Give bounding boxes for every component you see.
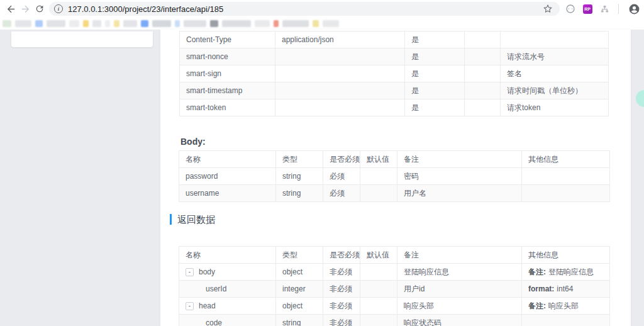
field-name: userId <box>179 281 276 298</box>
header-remark: 请求时间戳（单位秒） <box>501 82 609 99</box>
bookmark-item[interactable] <box>83 20 89 27</box>
bookmark-item[interactable] <box>313 20 319 27</box>
address-bar[interactable]: i 127.0.0.1:3000/project/23/interface/ap… <box>49 2 560 16</box>
field-name-cell: - body <box>179 264 276 281</box>
header-remark: 签名 <box>501 65 609 82</box>
forward-button[interactable] <box>20 1 31 16</box>
extra-value: int64 <box>557 284 573 293</box>
field-name: password <box>179 168 276 185</box>
bookmark-item[interactable] <box>69 20 79 27</box>
field-extra: 备注:响应头部 <box>522 298 610 315</box>
back-arrow-icon <box>6 4 16 14</box>
field-type: integer <box>276 281 323 298</box>
table-row: smart-nonce 是 请求流水号 <box>180 48 609 65</box>
bookmark-item[interactable] <box>47 20 65 27</box>
bookmark-item[interactable] <box>141 20 148 27</box>
bookmark-item[interactable] <box>15 20 31 27</box>
bookmark-item[interactable] <box>3 20 11 27</box>
bookmark-item[interactable] <box>323 20 339 27</box>
page-info-icon[interactable]: i <box>54 4 63 13</box>
header-value <box>275 82 405 99</box>
field-default <box>360 168 397 185</box>
bookmark-item[interactable] <box>282 20 309 27</box>
collapse-toggle[interactable]: - <box>186 302 194 310</box>
header-required: 是 <box>405 48 465 65</box>
header-required: 是 <box>405 31 465 48</box>
sidebar-panel-remnant <box>11 31 153 47</box>
floating-widget-button[interactable] <box>636 90 644 107</box>
back-button[interactable] <box>6 1 16 16</box>
field-type: object <box>276 298 323 315</box>
extra-value: 登陆响应信息 <box>548 267 594 276</box>
field-extra: 备注:登陆响应信息 <box>522 264 610 281</box>
rp-extension-icon: RP <box>583 4 592 14</box>
header-default <box>465 82 501 99</box>
field-name: body <box>199 267 215 276</box>
collapse-toggle[interactable]: - <box>186 268 194 276</box>
col-required: 是否必须 <box>323 151 360 168</box>
bookmark-item[interactable] <box>222 20 251 27</box>
bookmark-item[interactable] <box>92 20 101 27</box>
bookmark-star-button[interactable] <box>541 2 555 16</box>
col-type: 类型 <box>276 151 323 168</box>
extensions-area: RP <box>565 2 644 16</box>
col-default: 默认值 <box>360 151 397 168</box>
field-required: 必须 <box>323 168 360 185</box>
header-default <box>465 48 501 65</box>
toolbar-divider <box>618 4 619 14</box>
field-extra <box>522 315 610 326</box>
bookmark-item[interactable] <box>152 20 171 27</box>
extension-sitemap-button[interactable] <box>599 3 610 14</box>
response-section-title: 返回数据 <box>170 214 215 225</box>
col-required: 是否必须 <box>323 247 360 264</box>
field-name: head <box>199 301 216 310</box>
bookmark-item[interactable] <box>123 20 137 27</box>
field-remark: 响应状态码 <box>397 315 522 326</box>
bookmark-item[interactable] <box>175 20 180 27</box>
bookmark-item[interactable] <box>274 20 279 27</box>
extra-value: 响应头部 <box>548 301 579 310</box>
field-remark: 用户id <box>397 281 522 298</box>
field-default <box>360 281 397 298</box>
field-required: 非必须 <box>323 315 360 326</box>
bookmarks-strip[interactable] <box>0 18 644 30</box>
table-header-row: 名称 类型 是否必须 默认值 备注 其他信息 <box>179 151 610 168</box>
table-row: smart-sign 是 签名 <box>180 65 609 82</box>
field-default <box>360 298 397 315</box>
bookmark-item[interactable] <box>114 20 119 27</box>
field-name: code <box>179 315 276 326</box>
forward-arrow-icon <box>20 4 31 14</box>
header-name: smart-token <box>180 99 275 116</box>
header-default <box>465 31 501 48</box>
field-default <box>360 315 397 326</box>
web-page: Content-Type application/json 是 smart-no… <box>0 30 644 326</box>
bookmark-item[interactable] <box>210 20 218 27</box>
body-section-label: Body: <box>180 137 206 147</box>
extension-rp-button[interactable]: RP <box>582 3 593 14</box>
header-required: 是 <box>405 65 465 82</box>
bookmark-item[interactable] <box>255 20 270 27</box>
field-type: string <box>276 315 323 326</box>
extension-circle-button[interactable] <box>565 3 576 14</box>
field-required: 非必须 <box>323 281 360 298</box>
body-params-table: 名称 类型 是否必须 默认值 备注 其他信息 password string 必… <box>179 150 610 202</box>
reload-button[interactable] <box>35 1 45 16</box>
field-extra <box>522 185 610 202</box>
profile-avatar-button[interactable] <box>627 2 641 16</box>
col-remark: 备注 <box>397 151 522 168</box>
col-remark: 备注 <box>397 247 522 264</box>
bookmark-item[interactable] <box>35 20 43 27</box>
header-name: smart-timestamp <box>180 82 275 99</box>
bookmark-item[interactable] <box>105 20 110 27</box>
col-extra: 其他信息 <box>522 247 610 264</box>
api-doc-panel: Content-Type application/json 是 smart-no… <box>160 30 631 326</box>
field-default <box>360 264 397 281</box>
field-remark: 密码 <box>397 168 522 185</box>
field-extra: format:int64 <box>522 281 610 298</box>
table-row: code string 非必须 响应状态码 <box>179 315 610 326</box>
header-remark: 请求token <box>501 99 609 116</box>
table-row: smart-token 是 请求token <box>180 99 609 116</box>
bookmark-item[interactable] <box>184 20 206 27</box>
field-extra <box>522 168 610 185</box>
avatar-icon <box>628 3 640 15</box>
